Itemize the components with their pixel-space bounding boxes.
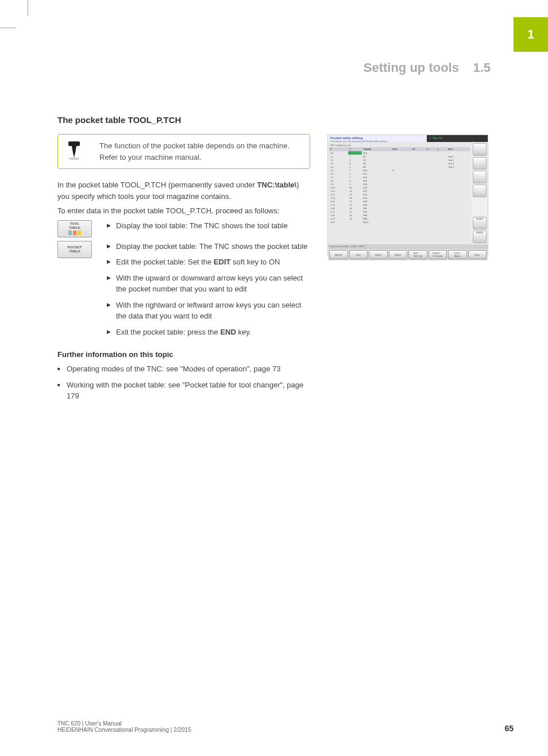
scr-softkey: EDITOFF ON: [408, 250, 427, 259]
footer-line-2: HEIDENHAIN Conversational Programming | …: [57, 727, 191, 733]
pocket-table-screenshot: Pocket table editing ▷ Program run, full…: [327, 135, 488, 255]
scr-side-icon: [473, 157, 487, 170]
step-5: With the rightward or leftward arrow key…: [107, 300, 310, 322]
page-footer: TNC 620 | User's Manual HEIDENHAIN Conve…: [57, 720, 514, 733]
svg-point-1: [68, 158, 80, 160]
page-number: 65: [504, 724, 514, 733]
machine-note: The function of the pocket table depends…: [57, 134, 310, 169]
table-row: 1.20NULL: [329, 220, 470, 224]
pocket-table-data: PTTNAMERSVSTFLDOC 0.05D101.11D2Tool 11.2…: [329, 147, 470, 224]
header-title: Setting up tools: [364, 60, 459, 75]
footer-line-1: TNC 620 | User's Manual: [57, 720, 191, 727]
section-title: The pocket table TOOL_P.TCH: [57, 115, 488, 125]
scr-softkey: END: [468, 250, 487, 259]
scr-title-right: ▷ Test run: [427, 135, 488, 142]
step-6: Exit the pocket table: press the END key…: [107, 327, 310, 338]
scr-softkey: TOOLTABLE: [448, 250, 467, 259]
scr-softkey: PAGE: [389, 250, 408, 259]
scr-side-icon: [473, 143, 487, 156]
step-1: Display the tool table: The TNC shows th…: [107, 220, 288, 232]
pocket-table-softkey: POCKET TABLE: [57, 241, 92, 258]
intro-paragraph-1: In the pocket table TOOL_P.TCH (permanen…: [57, 179, 310, 202]
tool-table-softkey: TOOL TABLE: [57, 220, 92, 237]
scr-softkey-row: BEGINENDPAGEPAGEEDITOFF ONRESETCOLUMNTOO…: [328, 249, 488, 260]
chapter-tab: 1: [514, 17, 548, 52]
scr-softkey: BEGIN: [329, 250, 348, 259]
step-2: Display the pocket table: The TNC shows …: [107, 241, 310, 252]
scr-side-icon: S100%: [473, 217, 487, 229]
intro-paragraph-2: To enter data in the pocket table TOOL_P…: [57, 205, 310, 217]
scr-path: TNC:\table\tool_p.tch: [329, 143, 470, 147]
further-info-title: Further information on this topic: [57, 350, 310, 359]
further-item-1: Operating modes of the TNC: see "Modes o…: [57, 363, 310, 375]
step-3: Edit the pocket table: Set the EDIT soft…: [107, 256, 310, 268]
further-item-2: Working with the pocket table: see "Pock…: [57, 379, 310, 402]
scr-softkey: END: [349, 250, 368, 259]
scr-side-icon: [473, 171, 487, 183]
scr-footer-info: Tool number? Min: 1, Max: 99999: [328, 244, 488, 249]
header-section-number: 1.5: [473, 60, 491, 75]
scr-side-icon: F100%: [473, 231, 487, 243]
svg-rect-0: [68, 141, 80, 146]
step-4: With the upward or downward arrow keys y…: [107, 273, 310, 295]
machine-icon: [66, 140, 82, 160]
scr-side-panel: S100% F100%: [472, 142, 488, 244]
note-text: The function of the pocket table depends…: [99, 140, 302, 163]
page-header: Setting up tools 1.5: [364, 60, 491, 75]
scr-softkey: RESETCOLUMN: [429, 250, 447, 259]
scr-side-icon: [473, 185, 487, 197]
scr-softkey: PAGE: [369, 250, 388, 259]
scr-title-left: Pocket table editing ▷ Program run, full…: [328, 135, 427, 142]
